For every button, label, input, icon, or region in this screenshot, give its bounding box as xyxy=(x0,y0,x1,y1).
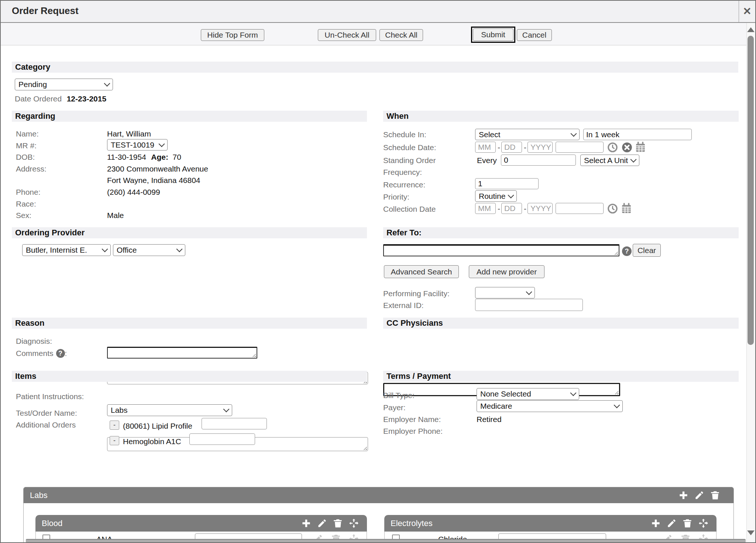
recurrence-input[interactable]: 1 xyxy=(475,178,539,189)
cancel-button[interactable]: Cancel xyxy=(517,29,552,41)
scrollbar-thumb[interactable] xyxy=(748,36,754,345)
edit-icon[interactable] xyxy=(694,490,704,500)
date-separator: - xyxy=(524,204,526,213)
cc-physicians-section-header: CC Physicians xyxy=(383,318,739,329)
labs-panel-header: Labs xyxy=(24,487,733,503)
chevron-down-icon xyxy=(508,192,514,198)
collection-date-time-input[interactable] xyxy=(556,203,604,214)
add-icon[interactable] xyxy=(651,518,661,528)
clipped-next-row-edge xyxy=(26,539,746,543)
patient-name: Hart, William xyxy=(107,129,151,138)
clock-icon[interactable] xyxy=(607,142,618,153)
move-icon[interactable] xyxy=(349,518,359,528)
regarding-section-header: Regarding xyxy=(12,111,367,122)
hide-top-form-button[interactable]: Hide Top Form xyxy=(201,29,264,41)
order-item-label: Hemoglobin A1C xyxy=(123,437,181,446)
edit-icon[interactable] xyxy=(667,518,677,528)
comments-label-row: Comments ? : xyxy=(16,349,67,358)
delete-icon[interactable] xyxy=(683,518,693,528)
terms-payment-section-header: Terms / Payment xyxy=(383,371,739,382)
dob-label: DOB: xyxy=(16,153,35,162)
employer-phone-label: Employer Phone: xyxy=(383,427,443,436)
uncheck-all-button[interactable]: Un-Check All xyxy=(318,29,376,41)
category-section-header: Category xyxy=(12,62,738,73)
date-separator: - xyxy=(498,204,500,213)
edit-icon[interactable] xyxy=(317,518,327,528)
dob-value: 11-30-1954 Age: 70 xyxy=(107,153,181,162)
chevron-down-icon xyxy=(570,390,577,396)
calendar-icon[interactable] xyxy=(621,203,632,214)
dialog-border xyxy=(0,0,756,543)
standing-order-label: Standing Order xyxy=(383,156,436,165)
ordering-provider-select[interactable]: Butler, Internist E. xyxy=(22,244,111,256)
bill-type-select[interactable]: None Selected xyxy=(477,388,579,400)
move-icon[interactable] xyxy=(698,518,708,528)
order-item-input[interactable] xyxy=(189,433,255,445)
patient-instructions-label: Patient Instructions: xyxy=(16,392,84,401)
schedule-date-yyyy-input[interactable]: YYYY xyxy=(528,142,553,153)
phone-label: Phone: xyxy=(16,188,41,197)
standing-order-every-input[interactable]: 0 xyxy=(501,155,576,166)
mr-select[interactable]: TEST-10019 xyxy=(107,139,168,151)
blood-group-header: Blood xyxy=(35,515,367,532)
blood-group-title: Blood xyxy=(35,519,301,528)
dialog-title: Order Request xyxy=(12,5,79,17)
collection-date-dd-input[interactable]: DD xyxy=(501,203,522,214)
schedule-date-mm-input[interactable]: MM xyxy=(475,142,496,153)
race-label: Race: xyxy=(16,200,36,208)
payer-select[interactable]: Medicare xyxy=(477,400,623,412)
schedule-date-time-input[interactable] xyxy=(556,142,604,153)
schedule-in-select[interactable]: Select xyxy=(475,129,580,140)
help-icon[interactable]: ? xyxy=(622,246,632,256)
remove-order-button[interactable]: - xyxy=(110,421,119,430)
calendar-icon[interactable] xyxy=(635,142,646,153)
address-line1: 2300 Commonwealth Avenue xyxy=(107,165,208,173)
diagnosis-input[interactable] xyxy=(107,347,257,359)
schedule-in-label: Schedule In: xyxy=(383,130,426,139)
delete-icon[interactable] xyxy=(333,518,343,528)
test-order-name-select[interactable]: Labs xyxy=(107,404,232,416)
check-all-button[interactable]: Check All xyxy=(379,29,423,41)
submit-button[interactable]: Submit xyxy=(473,28,513,41)
collection-date-yyyy-input[interactable]: YYYY xyxy=(528,203,553,214)
address-line2: Fort Wayne, Indiana 46804 xyxy=(107,176,200,185)
clear-date-icon[interactable] xyxy=(622,142,632,153)
scroll-up-icon[interactable] xyxy=(747,27,755,32)
labs-panel-title: Labs xyxy=(24,491,678,500)
ordering-provider-section-header: Ordering Provider xyxy=(12,227,367,238)
employer-name-label: Employer Name: xyxy=(383,415,441,424)
standing-order-unit-select[interactable]: Select A Unit xyxy=(580,155,639,166)
frequency-label: Frequency: xyxy=(383,168,422,177)
clear-button[interactable]: Clear xyxy=(633,244,661,257)
performing-facility-select[interactable] xyxy=(475,287,535,298)
scroll-down-icon[interactable] xyxy=(747,530,755,535)
schedule-date-dd-input[interactable]: DD xyxy=(501,142,522,153)
test-order-name-label: Test/Order Name: xyxy=(16,409,77,418)
date-separator: - xyxy=(524,143,526,152)
add-icon[interactable] xyxy=(678,490,688,500)
chevron-down-icon xyxy=(159,141,165,147)
add-icon[interactable] xyxy=(301,518,311,528)
items-section-header: Items xyxy=(12,371,367,382)
sex-label: Sex: xyxy=(16,211,31,220)
date-ordered-row: Date Ordered 12-23-2015 xyxy=(15,94,106,103)
remove-order-button[interactable]: - xyxy=(110,436,119,445)
help-icon[interactable]: ? xyxy=(56,349,65,358)
advanced-search-button[interactable]: Advanced Search xyxy=(384,265,459,278)
order-item-input[interactable] xyxy=(202,418,267,429)
performing-facility-label: Performing Facility: xyxy=(383,289,450,298)
provider-location-select[interactable]: Office xyxy=(113,244,185,256)
external-id-input[interactable] xyxy=(475,299,583,311)
sex-value: Male xyxy=(107,211,124,220)
add-new-provider-button[interactable]: Add new provider xyxy=(469,265,544,278)
category-select[interactable]: Pending xyxy=(15,79,113,90)
collection-date-label: Collection Date xyxy=(383,205,436,214)
close-button[interactable]: ✕ xyxy=(739,0,755,22)
clock-icon[interactable] xyxy=(607,203,618,214)
priority-select[interactable]: Routine xyxy=(475,190,517,202)
schedule-in-text-input[interactable]: In 1 week xyxy=(583,129,692,140)
date-separator: - xyxy=(498,143,500,152)
collection-date-mm-input[interactable]: MM xyxy=(475,203,496,214)
refer-to-input[interactable] xyxy=(383,244,619,256)
delete-icon[interactable] xyxy=(710,490,720,500)
